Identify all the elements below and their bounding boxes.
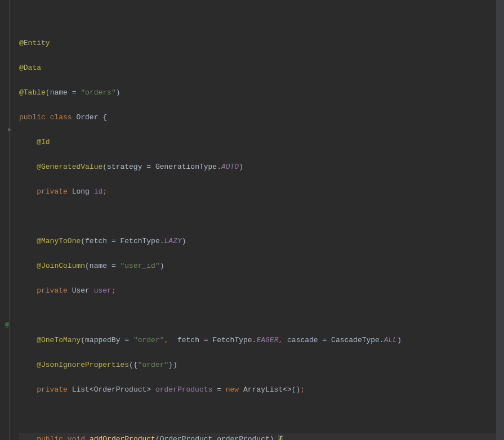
code-line: @Table(name = "orders") xyxy=(19,87,502,99)
scrollbar-vertical[interactable] xyxy=(496,0,504,440)
vcs-marker: @ xyxy=(0,318,16,331)
code-line: @JsonIgnoreProperties({"order"}) xyxy=(19,359,502,371)
code-line xyxy=(19,12,502,25)
code-line: @Data xyxy=(19,62,502,74)
code-editor[interactable]: ▶ @ @Entity @Data @Table(name = "orders"… xyxy=(0,0,504,440)
code-line xyxy=(19,309,502,322)
code-line: @Id xyxy=(19,136,502,149)
gutter-fold-icon[interactable]: ▶ xyxy=(3,124,16,136)
code-line: @JoinColumn(name = "user_id") xyxy=(19,260,502,272)
code-line: @Entity xyxy=(19,37,502,50)
code-line xyxy=(19,408,502,421)
code-area[interactable]: @Entity @Data @Table(name = "orders") pu… xyxy=(17,0,504,440)
code-line: @OneToMany(mappedBy = "order", fetch = F… xyxy=(19,334,502,347)
code-line: private Long id; xyxy=(19,186,502,198)
code-line xyxy=(19,210,502,223)
code-line: public void addOrderProduct(OrderProduct… xyxy=(19,433,502,440)
code-line: @ManyToOne(fetch = FetchType.LAZY) xyxy=(19,235,502,248)
gutter: ▶ @ xyxy=(0,0,17,440)
code-line: @GeneratedValue(strategy = GenerationTyp… xyxy=(19,161,502,173)
code-line: public class Order { xyxy=(19,111,502,124)
code-line: private User user; xyxy=(19,285,502,297)
code-line: private List<OrderProduct> orderProducts… xyxy=(19,384,502,396)
